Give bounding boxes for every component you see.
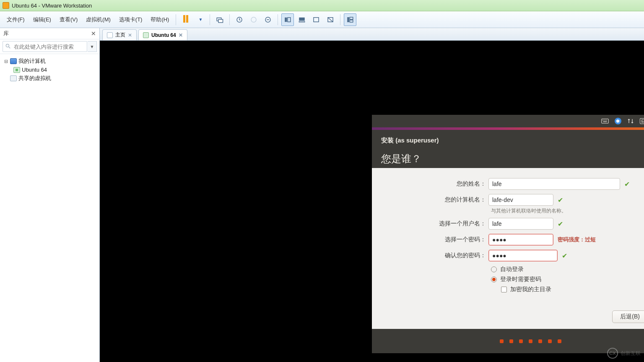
- tab-bar: 主页 ✕ Ubuntu 64 ✕: [100, 28, 644, 41]
- tree-vm-ubuntu64[interactable]: Ubuntu 64: [2, 66, 98, 74]
- menubar: 文件(F) 编辑(E) 查看(V) 虚拟机(M) 选项卡(T) 帮助(H) ▼: [0, 11, 644, 28]
- back-button[interactable]: 后退(B): [612, 310, 644, 323]
- view-console-button[interactable]: [281, 13, 294, 26]
- snapshot-take-button[interactable]: [233, 13, 246, 26]
- tree-shared-vms[interactable]: 共享的虚拟机: [2, 74, 98, 83]
- check-icon: ✔: [562, 252, 567, 260]
- menu-tabs[interactable]: 选项卡(T): [116, 14, 146, 25]
- svg-rect-22: [603, 122, 607, 122]
- checkbox-icon: [501, 287, 507, 292]
- vm-icon: [143, 32, 149, 38]
- menu-help[interactable]: 帮助(H): [147, 14, 172, 25]
- ubuntu-installer-window: ✱ En 安装 (as s: [372, 115, 644, 353]
- accessibility-icon[interactable]: ✱: [615, 118, 621, 124]
- pause-button[interactable]: [179, 13, 192, 26]
- check-icon: ✔: [558, 196, 563, 204]
- svg-rect-7: [299, 17, 305, 21]
- window-titlebar: Ubuntu 64 - VMware Workstation: [0, 0, 644, 11]
- menu-edit[interactable]: 编辑(E): [30, 14, 55, 25]
- svg-point-15: [6, 44, 9, 47]
- snapshot-manager-button[interactable]: [262, 13, 274, 26]
- input-your-name[interactable]: [488, 178, 620, 190]
- input-password[interactable]: [488, 234, 553, 246]
- radio-icon-selected: [491, 277, 497, 282]
- label-username: 选择一个用户名：: [384, 220, 488, 228]
- installer-subheader: 安装 (as superuser): [381, 137, 644, 145]
- radio-label: 自动登录: [500, 266, 524, 273]
- watermark: CX 创新互联: [607, 348, 641, 359]
- sidebar-close-button[interactable]: ✕: [91, 30, 96, 37]
- sidebar-title: 库: [3, 30, 9, 37]
- progress-dot: [519, 339, 523, 343]
- svg-rect-12: [348, 17, 350, 22]
- tree-collapse-icon[interactable]: ⊟: [3, 59, 8, 64]
- tab-label: Ubuntu 64: [151, 32, 176, 38]
- checkbox-encrypt-home[interactable]: 加密我的主目录: [501, 286, 644, 293]
- tab-home[interactable]: 主页 ✕: [102, 29, 137, 40]
- view-thumbnail-button[interactable]: [296, 13, 308, 26]
- label-confirm-password: 确认您的密码：: [384, 252, 488, 259]
- monitor-icon: [10, 58, 17, 64]
- tree-my-computer[interactable]: ⊟ 我的计算机: [2, 57, 98, 66]
- library-toggle-button[interactable]: [344, 13, 356, 26]
- input-confirm-password[interactable]: [488, 250, 558, 261]
- svg-rect-6: [288, 17, 291, 22]
- radio-require-password[interactable]: 登录时需要密码: [491, 276, 644, 283]
- svg-rect-14: [350, 20, 353, 22]
- library-sidebar: 库 ✕ ▼ ⊟ 我的计算机 Ubuntu 64: [0, 28, 100, 362]
- svg-rect-20: [605, 120, 606, 121]
- tab-ubuntu64[interactable]: Ubuntu 64 ✕: [138, 29, 187, 40]
- tree-label: 我的计算机: [18, 57, 46, 65]
- app-icon: [3, 2, 9, 9]
- search-dropdown-button[interactable]: ▼: [88, 41, 97, 52]
- menu-view[interactable]: 查看(V): [56, 14, 81, 25]
- ubuntu-menubar: ✱ En: [372, 115, 644, 127]
- radio-auto-login[interactable]: 自动登录: [491, 266, 644, 273]
- fullscreen-button[interactable]: [310, 13, 322, 26]
- keyboard-icon[interactable]: [601, 119, 609, 124]
- shared-icon: [10, 75, 17, 81]
- watermark-text: 创新互联: [621, 350, 641, 357]
- checkbox-label: 加密我的主目录: [510, 286, 551, 293]
- send-ctrl-alt-del-button[interactable]: [213, 13, 226, 26]
- tree-label: 共享的虚拟机: [18, 75, 51, 82]
- radio-icon: [491, 266, 497, 272]
- network-icon[interactable]: [627, 118, 634, 124]
- tree-label: Ubuntu 64: [22, 67, 47, 73]
- vm-display[interactable]: ✱ En 安装 (as s: [100, 41, 644, 362]
- installer-progress-dots: [372, 329, 644, 353]
- watermark-logo-icon: CX: [607, 348, 618, 359]
- library-search-input[interactable]: [3, 41, 87, 52]
- vm-icon: [13, 67, 20, 73]
- svg-rect-9: [314, 17, 319, 22]
- label-computer-name: 您的计算机名：: [384, 196, 488, 204]
- separator: [340, 14, 340, 25]
- home-icon: [107, 32, 113, 38]
- svg-line-11: [328, 17, 333, 22]
- svg-point-3: [251, 17, 256, 22]
- svg-rect-1: [218, 19, 223, 23]
- separator: [278, 14, 278, 25]
- tab-close-button[interactable]: ✕: [179, 32, 183, 38]
- language-indicator[interactable]: En: [640, 118, 644, 124]
- power-dropdown[interactable]: ▼: [194, 13, 206, 26]
- menu-file[interactable]: 文件(F): [3, 14, 28, 25]
- menu-vm[interactable]: 虚拟机(M): [83, 14, 114, 25]
- input-username[interactable]: [488, 218, 553, 230]
- progress-dot: [538, 339, 542, 343]
- tab-close-button[interactable]: ✕: [128, 32, 132, 38]
- input-computer-name[interactable]: [488, 194, 553, 206]
- svg-rect-21: [606, 120, 607, 121]
- svg-rect-13: [350, 17, 353, 19]
- progress-dot: [529, 339, 532, 343]
- unity-button[interactable]: [324, 13, 337, 26]
- tree-spacer: [3, 76, 8, 81]
- computer-name-hint: 与其他计算机联络时使用的名称。: [491, 207, 644, 215]
- label-password: 选择一个密码：: [384, 236, 488, 243]
- svg-rect-5: [285, 17, 287, 22]
- radio-label: 登录时需要密码: [500, 276, 541, 283]
- label-your-name: 您的姓名：: [384, 180, 488, 188]
- snapshot-revert-button[interactable]: [247, 13, 260, 26]
- installer-body: 您的姓名： ✔ 您的计算机名： ✔ 与其他计算机联络时使用的名称。: [372, 168, 644, 329]
- separator: [176, 14, 176, 25]
